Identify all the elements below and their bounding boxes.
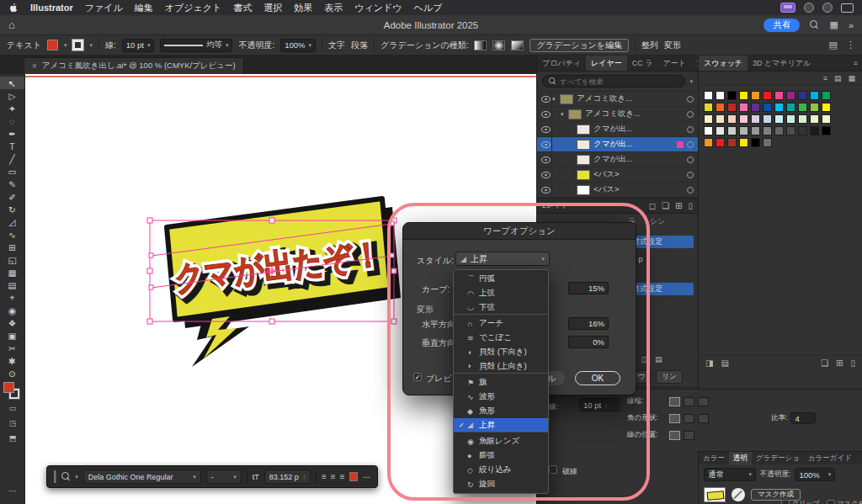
color-swatch[interactable] <box>822 126 831 135</box>
font-size-field[interactable]: 83.152 p ↕ <box>264 470 311 484</box>
menu-item-squeeze[interactable]: ◇ 絞り込み <box>454 463 548 477</box>
target-circle-icon[interactable] <box>687 172 694 178</box>
linear-gradient-icon[interactable] <box>474 40 487 50</box>
layer-row[interactable]: <パス> <box>537 183 698 198</box>
color-swatch[interactable] <box>751 138 760 147</box>
layer-thumbnail[interactable] <box>577 125 590 135</box>
color-swatch[interactable] <box>727 138 737 147</box>
mesh-tool[interactable]: ▦ <box>0 266 24 279</box>
color-swatch[interactable] <box>739 91 748 100</box>
font-style-field[interactable]: - ▾ <box>206 470 242 484</box>
align-button[interactable]: 整列 <box>641 40 658 51</box>
fill-chevron-icon[interactable]: ▾ <box>64 42 67 49</box>
search-input[interactable] <box>560 77 679 86</box>
ok-button[interactable]: OK <box>575 371 620 385</box>
blend-tool[interactable]: ◉ <box>0 304 24 316</box>
visibility-toggle[interactable] <box>540 167 552 182</box>
color-swatch[interactable] <box>763 103 772 112</box>
color-swatch[interactable] <box>810 91 819 100</box>
stroke-chevron-icon[interactable]: ▾ <box>89 42 93 49</box>
preview-checkbox[interactable]: ✓ <box>413 373 422 381</box>
format-settings-button[interactable]: 書式設定 <box>628 283 694 295</box>
workspace-switcher-icon[interactable]: ▦ <box>829 19 838 30</box>
delete-layer-icon[interactable]: ▯ <box>688 201 693 210</box>
butt-cap-icon[interactable] <box>669 397 680 406</box>
menu-item-shell-lower[interactable]: ◖ 貝殻 (下向き) <box>454 345 548 359</box>
stroke-profile-field[interactable]: 均等 ▾ <box>160 39 232 52</box>
color-swatch[interactable] <box>798 114 807 124</box>
vertical-value-field[interactable]: 0% <box>568 336 609 348</box>
icon-3[interactable]: ▤ <box>655 355 662 363</box>
more-options-icon[interactable]: ⋮ <box>846 40 855 50</box>
color-swatch[interactable] <box>763 138 772 147</box>
scale-tool[interactable]: ◿ <box>0 215 24 228</box>
visibility-toggle[interactable] <box>540 183 552 197</box>
color-swatch[interactable] <box>763 126 772 135</box>
opacity-field[interactable]: 100% ▾ <box>280 39 316 52</box>
text-fill-swatch[interactable] <box>349 472 358 481</box>
color-swatch[interactable] <box>739 126 748 135</box>
screen-record-icon[interactable] <box>804 3 814 13</box>
layer-row[interactable]: <パス> <box>537 167 698 183</box>
layer-row[interactable]: クマが出... <box>537 152 698 167</box>
menubar-item[interactable]: 効果 <box>294 2 312 14</box>
dashed-line-checkbox[interactable] <box>549 465 557 474</box>
swatch-kinds-icon[interactable]: ▤ <box>721 358 728 368</box>
color-swatch[interactable] <box>716 138 725 147</box>
keyboard-icon[interactable] <box>841 3 854 13</box>
warp-style-select[interactable]: ◢ 上昇 ▾ <box>455 252 550 266</box>
pen-tool[interactable]: ✒ <box>0 127 24 140</box>
panel-tab[interactable]: アート <box>657 56 690 72</box>
lasso-tool[interactable]: ◌ <box>0 114 24 127</box>
layer-name[interactable]: アメコミ吹き... <box>585 109 677 119</box>
color-swatch[interactable] <box>774 103 784 112</box>
horizontal-value-field[interactable]: 16% <box>568 317 609 330</box>
toolbar-fill-swatch[interactable] <box>3 382 14 393</box>
menubar-item[interactable]: 書式 <box>233 2 252 14</box>
miter-join-icon[interactable] <box>669 414 680 423</box>
color-swatch[interactable] <box>774 91 784 100</box>
miter-ratio-field[interactable]: 4 <box>790 412 816 424</box>
target-circle-icon[interactable] <box>687 126 694 133</box>
color-swatch[interactable] <box>786 91 795 100</box>
new-layer-icon[interactable]: ⊞ <box>675 201 682 210</box>
stroke-weight-field[interactable]: 10 pt ▾ <box>122 39 155 52</box>
layer-name[interactable]: <パス> <box>593 169 677 180</box>
color-swatch[interactable] <box>763 91 772 100</box>
color-swatch[interactable] <box>810 103 819 112</box>
panel-tab[interactable]: グラデーショ <box>752 454 804 464</box>
color-swatch[interactable] <box>798 91 807 100</box>
target-circle-icon[interactable] <box>687 96 694 103</box>
color-swatch[interactable] <box>786 114 795 124</box>
panel-collapse-icon[interactable]: » <box>849 20 854 30</box>
color-swatch[interactable] <box>727 103 737 112</box>
color-swatch[interactable] <box>716 103 725 112</box>
color-swatch[interactable] <box>774 126 784 135</box>
menu-item-wave[interactable]: ∿ 波形 <box>454 390 548 404</box>
dialog-title[interactable]: ワープオプション <box>403 223 636 240</box>
layer-thumbnail[interactable] <box>577 140 590 150</box>
color-swatch[interactable] <box>739 114 748 124</box>
menu-item-inflate[interactable]: ● 膨張 <box>454 448 548 463</box>
round-join-icon[interactable] <box>684 414 694 423</box>
menubar-item[interactable]: 編集 <box>135 2 153 14</box>
menubar-item[interactable]: ファイル <box>85 2 123 14</box>
swatch-libraries-icon[interactable]: ◨ <box>705 358 713 368</box>
layer-name[interactable]: アメコミ吹き... <box>577 93 677 104</box>
magic-wand-tool[interactable]: ✦ <box>0 102 24 114</box>
apple-menu-icon[interactable] <box>8 3 19 13</box>
menubar-item[interactable]: ヘルプ <box>414 2 443 14</box>
color-swatch[interactable] <box>739 138 748 147</box>
list-view-icon[interactable]: ≡ <box>823 74 827 82</box>
font-search-icon[interactable] <box>61 472 70 481</box>
menu-item-fish[interactable]: ◆ 魚形 <box>454 404 548 418</box>
visibility-toggle[interactable] <box>540 137 552 151</box>
layer-row[interactable]: ▾ アメコミ吹き... <box>537 107 698 122</box>
color-swatch[interactable] <box>704 126 713 135</box>
panel-tab[interactable]: スウォッチ <box>699 56 748 72</box>
menu-item-arc-lower[interactable]: ◡ 下弦 <box>454 300 548 315</box>
menu-item-flag[interactable]: ⚑ 旗 <box>454 375 548 390</box>
pencil-tool[interactable]: ✐ <box>0 190 24 203</box>
panel-tab[interactable]: カラー <box>699 454 729 464</box>
color-swatch[interactable] <box>786 103 795 112</box>
